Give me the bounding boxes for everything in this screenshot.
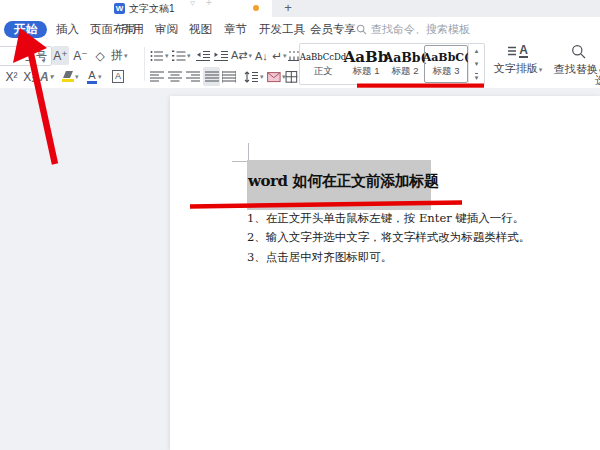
gallery-up-icon[interactable]: ▴ [475,47,479,55]
align-right-icon [186,71,200,83]
ribbon-toolbar: 三号 ▾ A⁺ A⁻ ◇ 拼▾ ▾ ▾ A⇄▾ A↓ ↵▾ [0,41,600,89]
body-line: 3、点击居中对齐图标即可。 [247,248,530,267]
search-icon [356,24,367,35]
bullet-list-button[interactable]: ▾ [150,46,169,65]
document-page[interactable]: word 如何在正文前添加标题 1、在正文开头单击鼠标左键，按 Enter 键插… [170,96,600,450]
text-layout-icon: A [508,44,528,58]
find-replace-button[interactable]: 查找替换▾ [549,44,600,77]
line-spacing-icon [244,71,259,83]
tab-references[interactable]: 引用 [121,21,144,38]
distribute-icon [222,71,236,83]
text-layout-button[interactable]: A 文字排版▾ [489,44,547,76]
gallery-scroll[interactable]: ▴ ▾ ▾ [468,44,484,84]
margin-crop-mark [232,161,248,162]
character-border-icon: A [112,70,124,83]
find-replace-icon [571,44,586,59]
bullet-list-icon [150,50,164,62]
subscript-button[interactable]: X₂ [21,67,38,86]
search-placeholder: 查找命令、搜索模板 [371,22,470,37]
character-border-button[interactable]: A [112,67,124,86]
tab-vip[interactable]: 会员专享 [310,21,356,38]
document-body[interactable]: 1、在正文开头单击鼠标左键，按 Enter 键插入一行。 2、输入文字并选中文字… [247,209,530,267]
window-tab-bar: ▿ + W 文字文稿1 + [0,0,600,17]
superscript-button[interactable]: X² [3,67,20,86]
tab-dev-tools[interactable]: 开发工具 [259,21,305,38]
gallery-down-icon[interactable]: ▾ [475,60,479,68]
align-center-button[interactable] [168,67,182,86]
justify-button[interactable] [203,67,220,86]
numbered-list-button[interactable]: ▾ [172,46,191,65]
body-line: 1、在正文开头单击鼠标左键，按 Enter 键插入一行。 [247,209,530,228]
line-spacing-button[interactable]: ▾ [244,67,264,86]
font-color-icon: A [87,70,97,84]
group-divider [144,47,145,81]
character-scale-button[interactable]: A⇄▾ [231,46,252,65]
clear-format-icon[interactable]: ◇ [92,46,108,65]
document-tab-title: 文字文稿1 [129,2,175,16]
wps-writer-logo-icon: W [114,3,125,14]
tab-section[interactable]: 章节 [224,21,247,38]
sort-button[interactable]: A↓ [255,46,268,65]
unsaved-status-dot [253,5,259,11]
document-heading[interactable]: word 如何在正文前添加标题 [248,172,439,191]
tab-bar-background [272,0,600,17]
distribute-button[interactable] [222,67,236,86]
highlighter-icon [62,71,74,82]
gallery-more-icon[interactable]: ▾ [475,73,479,82]
faint-window-icon: ▿ [190,0,195,8]
document-tab[interactable]: W 文字文稿1 [104,0,185,17]
font-color-button[interactable]: A ▾ [87,67,102,86]
style-gallery: AaBbCcDd 正文 AaBb 标题 1 AaBb( 标题 2 AaBbC( … [299,43,485,85]
decrease-indent-button[interactable] [196,46,211,65]
tab-view[interactable]: 视图 [189,21,212,38]
borders-grid-icon [285,71,298,83]
body-line: 2、输入文字并选中文字，将文字样式改为标题类样式。 [247,228,530,247]
document-workspace: word 如何在正文前添加标题 1、在正文开头单击鼠标左键，按 Enter 键插… [0,88,600,450]
shading-icon [267,71,281,83]
align-center-icon [168,71,182,83]
command-search[interactable]: 查找命令、搜索模板 [356,22,470,37]
ribbon-menu-bar: 开始 插入 页面布局 引用 审阅 视图 章节 开发工具 会员专享 查找命令、搜索… [0,17,600,41]
margin-crop-mark [248,143,249,161]
style-heading-2[interactable]: AaBb( 标题 2 [386,44,424,84]
increase-indent-icon [214,50,229,62]
decrease-indent-icon [196,50,211,62]
style-normal[interactable]: AaBbCcDd 正文 [300,44,346,84]
art-text-button[interactable]: A▾ [40,67,53,86]
increase-indent-button[interactable] [214,46,229,65]
tab-review[interactable]: 审阅 [155,21,178,38]
tab-insert[interactable]: 插入 [56,21,79,38]
wrap-mark-button[interactable]: ↵▾ [272,46,287,65]
pinyin-guide-button[interactable]: 拼▾ [111,46,128,65]
numbered-list-icon [172,50,186,62]
highlight-color-button[interactable]: ▾ [62,67,79,86]
tab-home[interactable]: 开始 [4,21,47,38]
shading-button[interactable]: ▾ [267,67,286,86]
new-tab-button[interactable]: + [279,0,297,17]
align-left-icon [150,71,164,83]
style-heading-3[interactable]: AaBbC( 标题 3 [424,45,468,83]
faint-window-icon: + [206,0,212,8]
align-right-button[interactable] [186,67,200,86]
style-heading-1[interactable]: AaBb 标题 1 [346,44,386,84]
justify-icon [205,71,219,83]
align-left-button[interactable] [150,67,164,86]
decrease-font-button[interactable]: A⁻ [72,46,89,65]
increase-font-button[interactable]: A⁺ [52,46,69,65]
